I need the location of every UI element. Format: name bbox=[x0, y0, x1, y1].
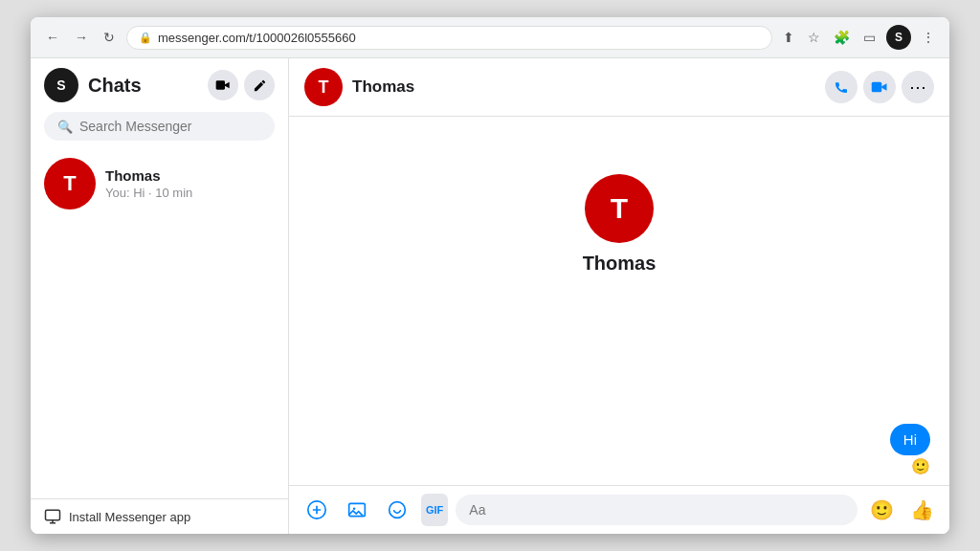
chat-header-name: Thomas bbox=[352, 77, 815, 97]
plus-icon bbox=[307, 500, 326, 519]
chat-item-thomas[interactable]: T Thomas You: Hi · 10 min bbox=[31, 150, 288, 217]
chat-list: T Thomas You: Hi · 10 min bbox=[31, 150, 288, 498]
install-text: Install Messenger app bbox=[69, 510, 190, 524]
video-icon bbox=[215, 78, 231, 92]
message-input-wrapper[interactable] bbox=[456, 495, 858, 525]
search-input[interactable] bbox=[79, 119, 261, 134]
chat-area: T Thomas ⋯ bbox=[289, 58, 949, 534]
chat-name: Thomas bbox=[105, 167, 275, 184]
message-bubble: Hi bbox=[890, 424, 930, 455]
share-button[interactable]: ⬆ bbox=[780, 27, 797, 48]
chat-header: T Thomas ⋯ bbox=[289, 58, 949, 117]
chat-info: Thomas You: Hi · 10 min bbox=[105, 167, 275, 200]
phone-icon bbox=[834, 79, 849, 95]
video-call-icon bbox=[871, 80, 888, 94]
search-icon: 🔍 bbox=[57, 120, 73, 134]
phone-call-button[interactable] bbox=[825, 71, 858, 103]
input-area: GIF 🙂 👍 bbox=[289, 485, 949, 534]
compose-icon bbox=[253, 78, 267, 93]
sidebar-footer: Install Messenger app bbox=[31, 498, 288, 534]
message-reactions: 🙂 bbox=[890, 457, 930, 475]
message-bubble-container: Hi 🙂 bbox=[890, 424, 930, 475]
svg-rect-1 bbox=[46, 510, 60, 520]
messages-area: T Thomas Hi 🙂 bbox=[289, 117, 949, 485]
forward-button[interactable]: → bbox=[71, 28, 92, 47]
thomas-avatar: T bbox=[44, 158, 96, 209]
emoji-button[interactable]: 🙂 bbox=[865, 494, 898, 526]
gif-button[interactable]: GIF bbox=[421, 494, 448, 526]
browser-window: ← → ↻ 🔒 messenger.com/t/1000026l0555660 … bbox=[31, 17, 949, 534]
message-input[interactable] bbox=[469, 502, 844, 518]
browser-chrome: ← → ↻ 🔒 messenger.com/t/1000026l0555660 … bbox=[31, 17, 949, 58]
chat-header-actions: ⋯ bbox=[825, 71, 934, 103]
chrome-user-avatar[interactable]: S bbox=[886, 25, 911, 50]
chat-header-avatar: T bbox=[304, 68, 343, 106]
chrome-more-button[interactable]: ⋮ bbox=[919, 27, 938, 48]
compose-button[interactable] bbox=[244, 70, 275, 100]
back-button[interactable]: ← bbox=[42, 28, 63, 47]
extensions-button[interactable]: 🧩 bbox=[831, 27, 853, 48]
chrome-actions: ⬆ ☆ 🧩 ▭ S ⋮ bbox=[780, 25, 938, 50]
contact-profile-name: Thomas bbox=[583, 253, 657, 275]
sidebar-user-avatar[interactable]: S bbox=[44, 68, 78, 102]
like-button[interactable]: 👍 bbox=[905, 494, 938, 526]
url-text: messenger.com/t/1000026l0555660 bbox=[158, 31, 356, 45]
svg-rect-0 bbox=[216, 80, 225, 89]
sidebar-title: Chats bbox=[88, 75, 198, 97]
header-more-button[interactable]: ⋯ bbox=[902, 71, 934, 103]
sidebar-actions bbox=[208, 70, 275, 100]
lock-icon: 🔒 bbox=[139, 32, 152, 44]
bookmark-button[interactable]: ☆ bbox=[805, 27, 823, 48]
chat-preview: You: Hi · 10 min bbox=[105, 186, 275, 200]
monitor-icon bbox=[44, 509, 61, 524]
svg-point-5 bbox=[353, 508, 356, 511]
sticker-icon bbox=[388, 500, 407, 519]
contact-profile-avatar: T bbox=[585, 174, 654, 243]
sidebar: S Chats bbox=[31, 58, 289, 534]
contact-profile: T Thomas bbox=[583, 174, 657, 275]
search-container: 🔍 bbox=[31, 112, 288, 150]
gif-label: GIF bbox=[426, 504, 443, 516]
reload-button[interactable]: ↻ bbox=[100, 28, 119, 47]
plus-button[interactable] bbox=[301, 494, 333, 526]
window-button[interactable]: ▭ bbox=[860, 27, 879, 48]
image-icon bbox=[347, 500, 367, 519]
sidebar-header: S Chats bbox=[31, 58, 288, 112]
sticker-button[interactable] bbox=[381, 494, 413, 526]
image-button[interactable] bbox=[341, 494, 373, 526]
app-container: S Chats bbox=[31, 58, 949, 534]
reaction-emoji[interactable]: 🙂 bbox=[911, 457, 930, 475]
video-call-button[interactable] bbox=[208, 70, 238, 100]
svg-rect-2 bbox=[872, 82, 882, 93]
video-call-header-button[interactable] bbox=[863, 71, 896, 103]
search-wrapper[interactable]: 🔍 bbox=[44, 112, 275, 141]
address-bar[interactable]: 🔒 messenger.com/t/1000026l0555660 bbox=[126, 26, 772, 50]
svg-point-6 bbox=[390, 502, 406, 518]
